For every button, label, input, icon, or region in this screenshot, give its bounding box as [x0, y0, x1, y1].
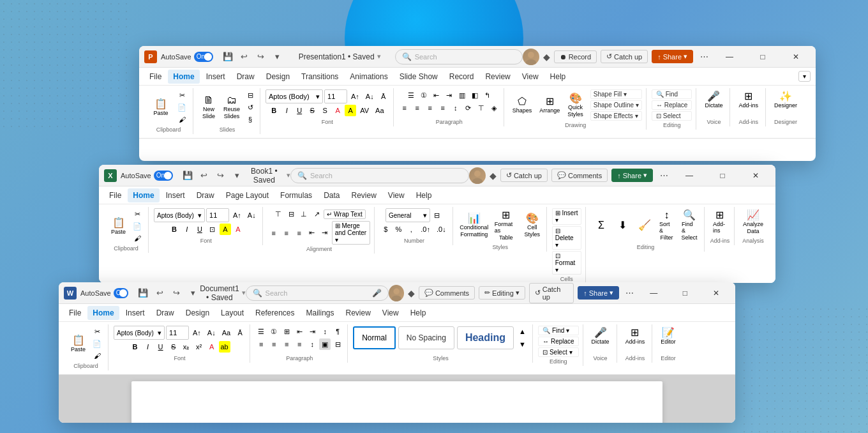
word-borders-btn[interactable]: ⊟ — [332, 338, 343, 350]
xl-copy-btn[interactable]: 📄 — [130, 220, 144, 232]
word-bullets-btn[interactable]: ☰ — [255, 326, 267, 337]
ppt-close-button[interactable]: ✕ — [781, 47, 811, 67]
word-replace-btn[interactable]: ↔Replace — [538, 337, 579, 346]
word-show-marks-btn[interactable]: ¶ — [332, 326, 343, 337]
word-italic-btn[interactable]: I — [142, 341, 154, 353]
ppt-reset-btn[interactable]: ↺ — [244, 102, 256, 113]
xl-share-button[interactable]: ↑ Share ▾ — [611, 169, 653, 182]
ppt-more-options-icon[interactable]: ⋯ — [697, 50, 711, 64]
word-comments-button[interactable]: 💬 Comments — [419, 286, 475, 300]
word-menu-home[interactable]: Home — [87, 306, 119, 320]
word-styles-up-btn[interactable]: ▲ — [516, 326, 528, 337]
ppt-menu-help[interactable]: Help — [545, 70, 571, 84]
ppt-highlight-btn[interactable]: A — [345, 105, 356, 116]
ppt-share-button[interactable]: ↑ Share ▾ — [652, 50, 693, 63]
ppt-line-spacing-btn[interactable]: ↕ — [450, 102, 461, 114]
ppt-menu-transitions[interactable]: Transitions — [296, 70, 343, 84]
xl-conditional-format-btn[interactable]: 📊 Conditional Formatting — [458, 211, 490, 239]
ppt-menu-record[interactable]: Record — [444, 70, 479, 84]
ppt-record-button[interactable]: ⏺ Record — [554, 50, 597, 63]
ppt-maximize-button[interactable]: □ — [748, 47, 777, 67]
word-outdent-btn[interactable]: ⇤ — [294, 326, 305, 337]
ppt-justify-btn[interactable]: ≡ — [437, 102, 449, 114]
ppt-find-btn[interactable]: 🔍 Find — [652, 89, 692, 99]
ppt-bold-btn[interactable]: B — [268, 105, 280, 116]
ppt-bullets-btn[interactable]: ☰ — [405, 89, 417, 101]
ppt-align-center-btn[interactable]: ≡ — [412, 102, 423, 114]
xl-menu-draw[interactable]: Draw — [191, 188, 220, 202]
word-autosave-toggle[interactable]: On — [114, 288, 128, 298]
word-increase-font-btn[interactable]: A↑ — [190, 327, 204, 338]
xl-format-btn[interactable]: ⊡ Format ▾ — [552, 251, 581, 275]
word-superscript-btn[interactable]: x² — [193, 341, 205, 353]
ppt-copy-btn[interactable]: 📄 — [175, 102, 189, 113]
ppt-text-direction-btn[interactable]: ⟳ — [463, 102, 474, 114]
ppt-undo-icon[interactable]: ↩ — [237, 50, 251, 64]
xl-addins-btn[interactable]: ⊞ Add-ins — [710, 208, 730, 236]
ppt-paste-btn[interactable]: 📋 Paste — [148, 97, 174, 118]
ppt-layout-btn[interactable]: ⊟ — [244, 89, 256, 101]
ppt-menu-file[interactable]: File — [144, 70, 167, 84]
xl-cut-btn[interactable]: ✂ — [130, 208, 144, 220]
xl-format-painter-btn[interactable]: 🖌 — [130, 232, 144, 244]
word-cut-btn[interactable]: ✂ — [90, 326, 104, 337]
ppt-align-text-btn[interactable]: ⊤ — [475, 102, 487, 114]
xl-wrap-text-btn[interactable]: ↵ Wrap Text — [324, 209, 365, 219]
word-sort-btn[interactable]: ↕ — [319, 326, 331, 337]
xl-merge-btn[interactable]: ⊞ Merge and Center ▾ — [332, 221, 371, 245]
xl-number-format-selector[interactable]: General ▾ — [385, 208, 430, 222]
word-style-no-spacing-btn[interactable]: No Spacing — [398, 326, 454, 349]
xl-increase-font-btn[interactable]: A↑ — [230, 209, 244, 221]
word-bold-btn[interactable]: B — [130, 341, 141, 353]
xl-clear-btn[interactable]: 🧹 — [634, 218, 655, 232]
xl-dec-decimal-btn[interactable]: .0↓ — [434, 224, 449, 235]
xl-angle-btn[interactable]: ↗ — [311, 208, 322, 220]
word-menu-mailings[interactable]: Mailings — [301, 306, 339, 320]
word-menu-file[interactable]: File — [64, 306, 86, 320]
ppt-save-icon[interactable]: 💾 — [221, 50, 235, 64]
xl-more-icon[interactable]: ▾ — [230, 169, 244, 183]
word-minimize-button[interactable]: — — [640, 283, 668, 303]
ppt-ribbon-display-btn[interactable]: ▾ — [798, 71, 811, 82]
ppt-new-slide-btn[interactable]: 🗎 New Slide — [198, 93, 219, 121]
ppt-format-painter-btn[interactable]: 🖌 — [175, 114, 189, 125]
ppt-shape-outline-btn[interactable]: Shape Outline ▾ — [590, 100, 642, 110]
word-menu-review[interactable]: Review — [341, 306, 376, 320]
xl-user-avatar[interactable] — [469, 167, 486, 184]
ppt-case-btn[interactable]: Aa — [373, 105, 386, 116]
xl-cell-styles-btn[interactable]: 🎨 Cell Styles — [522, 211, 542, 239]
ppt-char-spacing-btn[interactable]: AV — [357, 105, 371, 116]
xl-align-left-btn[interactable]: ≡ — [268, 227, 280, 239]
ppt-redo-icon[interactable]: ↪ — [254, 50, 268, 64]
word-undo-icon[interactable]: ↩ — [153, 286, 167, 300]
xl-analyze-btn[interactable]: 📈 Analyze Data — [740, 208, 767, 236]
word-font-selector[interactable]: Aptos (Body) ▾ — [114, 326, 165, 340]
xl-copilot-icon[interactable]: ◆ — [490, 171, 497, 181]
word-document-page[interactable] — [131, 381, 662, 423]
word-redo-icon[interactable]: ↪ — [169, 286, 183, 300]
ppt-more-icon[interactable]: ▾ — [271, 50, 285, 64]
xl-bold-btn[interactable]: B — [168, 224, 180, 235]
word-menu-design[interactable]: Design — [181, 306, 214, 320]
word-copy-btn[interactable]: 📄 — [90, 338, 104, 349]
xl-currency-btn[interactable]: $ — [380, 224, 391, 235]
word-microphone-icon[interactable]: 🎤 — [372, 289, 382, 298]
word-editor-btn[interactable]: 📝 Editor — [657, 326, 679, 347]
ppt-convert-btn[interactable]: ◈ — [488, 102, 500, 114]
xl-minimize-button[interactable]: — — [675, 165, 704, 186]
xl-menu-pagelayout[interactable]: Page Layout — [221, 188, 274, 202]
ppt-smart-art-btn[interactable]: ◧ — [469, 89, 481, 101]
ppt-cols-btn[interactable]: ▥ — [456, 89, 468, 101]
word-share-button[interactable]: ↑ Share ▾ — [578, 286, 619, 300]
ppt-user-avatar[interactable] — [523, 49, 539, 65]
xl-autosave-toggle[interactable]: On — [154, 171, 173, 181]
xl-save-icon[interactable]: 💾 — [181, 169, 195, 183]
ppt-decrease-font-btn[interactable]: A↓ — [363, 91, 377, 102]
word-save-icon[interactable]: 💾 — [136, 286, 150, 300]
ppt-catch-up-button[interactable]: ↺ Catch up — [601, 50, 648, 63]
xl-insert-btn[interactable]: ⊞ Insert ▾ — [552, 208, 581, 225]
word-multilevel-btn[interactable]: ⊞ — [281, 326, 292, 337]
word-maximize-button[interactable]: □ — [671, 283, 699, 303]
ppt-arrange-btn[interactable]: ⊞ Arrange — [536, 95, 563, 116]
xl-comments-button[interactable]: 💬 Comments — [551, 169, 608, 182]
